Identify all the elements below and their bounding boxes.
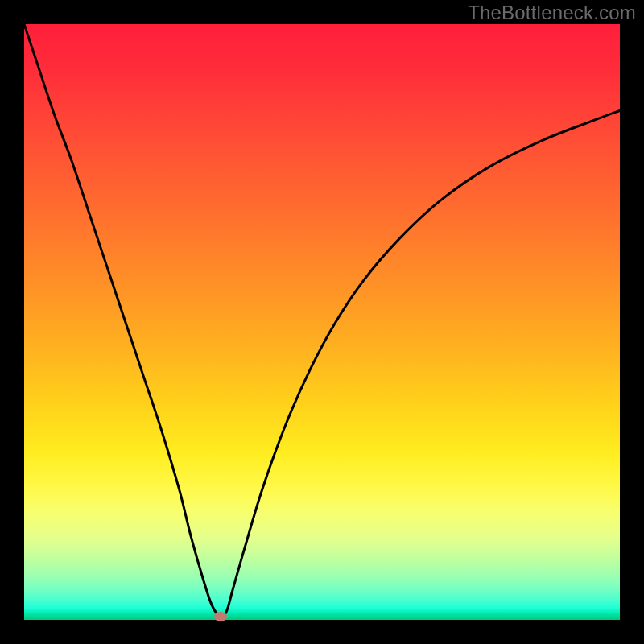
plot-area bbox=[24, 24, 620, 620]
optimal-point-marker bbox=[214, 612, 227, 621]
curve-svg bbox=[24, 24, 620, 620]
chart-frame: TheBottleneck.com bbox=[0, 0, 644, 644]
bottleneck-curve bbox=[24, 24, 620, 617]
watermark-text: TheBottleneck.com bbox=[468, 2, 636, 24]
